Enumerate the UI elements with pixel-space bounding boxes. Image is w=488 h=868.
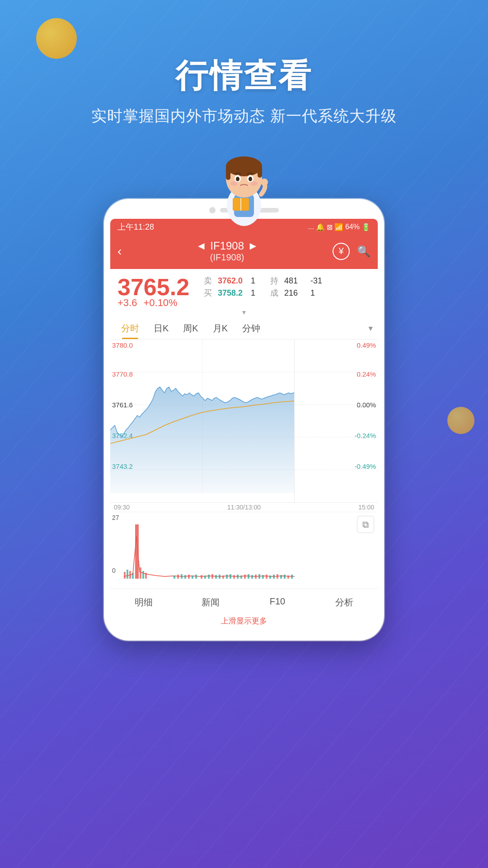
status-right: ... 🔔 ⊠ 📶 64% 🔋 [308,223,371,231]
svg-rect-54 [255,575,257,579]
svg-rect-40 [204,576,206,579]
svg-rect-37 [192,576,193,579]
x-label-end: 15:00 [358,504,374,511]
svg-rect-58 [269,576,271,579]
svg-rect-26 [127,570,128,579]
price-area: 3765.2 +3.6 +0.10% 卖 3762.0 1 持 481 [110,269,378,318]
tab-zhouk[interactable]: 周K [176,318,205,339]
svg-rect-55 [258,574,260,579]
svg-rect-48 [233,575,235,579]
sub-title: 实时掌握国内外市场动态 新一代系统大升级 [0,106,488,127]
svg-point-14 [261,179,268,186]
nav-symbol: ◄ IF1908 ► [196,240,258,252]
mascot [208,136,280,226]
nav-f10[interactable]: F10 [244,594,311,610]
deal-label: 成 [270,288,283,298]
svg-rect-51 [244,575,246,579]
svg-rect-35 [184,575,186,579]
svg-rect-6 [226,166,230,180]
tab-more-arrow[interactable]: ▼ [367,325,374,333]
prev-symbol-icon[interactable]: ◄ [196,240,207,252]
nav-right: ¥ 🔍 [333,243,371,260]
chart-right-grid [295,340,378,493]
svg-rect-42 [211,574,213,579]
vol-top-label: 27 [112,514,119,521]
svg-rect-33 [177,575,179,579]
chart-grid-left [110,340,294,493]
swipe-hint: 上滑显示更多 [110,614,378,630]
chart-right-panel: 0.49% 0.24% 0.00% -0.24% -0.49% [295,340,378,502]
chart-x-labels: 09:30 11:30/13:00 15:00 [110,502,378,512]
main-title: 行情查看 [0,54,488,98]
price-change-abs: +3.6 [117,297,137,309]
back-button[interactable]: ‹ [117,244,122,259]
price-change-pct: +0.10% [143,297,177,309]
nav-mingxi[interactable]: 明细 [110,594,177,610]
svg-rect-60 [277,574,278,579]
svg-point-13 [250,181,258,186]
sell-qty: 1 [251,276,269,286]
x-label-start: 09:30 [114,504,130,511]
next-symbol-icon[interactable]: ► [248,240,258,252]
chart-left-panel: 3780.0 3770.8 3761.6 3752.4 3743.2 [110,340,295,502]
buy-qty: 1 [251,288,269,298]
svg-rect-63 [287,576,289,579]
svg-rect-61 [280,575,282,579]
currency-icon: ¥ [338,246,343,256]
svg-rect-38 [195,575,197,579]
svg-rect-39 [201,575,202,579]
deal-val: 216 [284,288,309,298]
nav-bar[interactable]: ‹ ◄ IF1908 ► (IF1908) ¥ 🔍 [110,235,378,269]
svg-rect-52 [248,574,249,579]
battery-level: 64% [345,223,360,231]
hold-change: -31 [310,276,333,286]
chart-tabs: 分时 日K 周K 月K 分钟 ▼ [110,318,378,340]
svg-rect-46 [226,575,228,579]
phone-mockup: 上午11:28 ... 🔔 ⊠ 📶 64% 🔋 ‹ ◄ IF1908 [104,199,384,641]
nav-xinwen[interactable]: 新闻 [177,594,244,610]
nav-fenxi[interactable]: 分析 [311,594,378,610]
x-label-mid: 11:30/13:00 [227,504,261,511]
tab-yuek[interactable]: 月K [206,318,235,339]
sync-icon: ⊠ [327,223,333,231]
search-button[interactable]: 🔍 [357,245,371,258]
tab-rik[interactable]: 日K [146,318,176,339]
svg-rect-62 [284,575,286,579]
hold-val: 481 [284,276,309,286]
volume-chart: 27 0 ⧉ [110,512,378,589]
svg-rect-41 [208,575,210,579]
svg-rect-64 [291,575,293,579]
svg-rect-30 [142,571,144,579]
svg-rect-43 [215,575,217,579]
svg-rect-59 [273,575,275,579]
bg-circle-top [36,18,77,59]
svg-point-11 [249,177,252,181]
expand-arrow[interactable]: ▼ [117,309,371,318]
svg-rect-44 [219,575,221,579]
deal-change: 1 [310,288,333,298]
svg-point-12 [230,181,238,186]
signal-icon: ... [308,223,314,231]
tab-fenshi[interactable]: 分时 [114,318,146,339]
currency-button[interactable]: ¥ [333,243,350,260]
svg-rect-36 [188,575,190,579]
svg-rect-29 [140,567,141,579]
volume-bars [110,522,378,585]
hold-label: 持 [270,275,283,286]
svg-rect-56 [262,575,264,579]
bottom-nav: 明细 新闻 F10 分析 [110,589,378,614]
svg-rect-49 [237,575,239,579]
main-price: 3765.2 [117,274,189,301]
sell-label: 卖 [204,275,216,286]
svg-point-5 [226,156,262,176]
tab-fenzhong[interactable]: 分钟 [235,318,267,339]
symbol-name: IF1908 [210,240,244,252]
svg-rect-57 [266,575,267,579]
svg-rect-50 [240,576,242,579]
svg-rect-34 [181,574,183,579]
buy-price: 3758.2 [218,288,249,298]
svg-rect-53 [251,575,253,579]
battery-icon: 🔋 [361,223,371,231]
header-area: 行情查看 实时掌握国内外市场动态 新一代系统大升级 [0,54,488,127]
bg-circle-right [447,407,474,434]
